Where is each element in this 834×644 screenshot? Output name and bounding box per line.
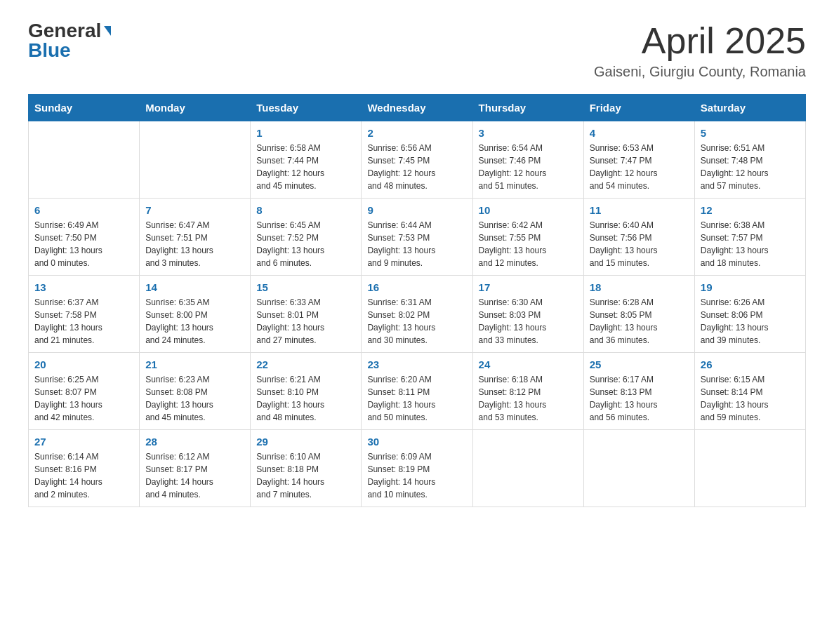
day-number: 21 bbox=[145, 358, 244, 370]
calendar-cell: 3Sunrise: 6:54 AM Sunset: 7:46 PM Daylig… bbox=[472, 121, 583, 199]
day-number: 14 bbox=[145, 281, 244, 293]
day-info: Sunrise: 6:15 AM Sunset: 8:14 PM Dayligh… bbox=[701, 373, 800, 424]
calendar-cell: 19Sunrise: 6:26 AM Sunset: 8:06 PM Dayli… bbox=[694, 276, 805, 353]
day-info: Sunrise: 6:44 AM Sunset: 7:53 PM Dayligh… bbox=[367, 219, 466, 269]
day-number: 16 bbox=[367, 281, 466, 293]
calendar-header-row: SundayMondayTuesdayWednesdayThursdayFrid… bbox=[29, 95, 806, 121]
calendar-cell: 14Sunrise: 6:35 AM Sunset: 8:00 PM Dayli… bbox=[140, 276, 251, 353]
day-of-week-wednesday: Wednesday bbox=[362, 95, 472, 121]
day-of-week-friday: Friday bbox=[583, 95, 694, 121]
calendar-cell bbox=[29, 121, 140, 199]
calendar-cell: 4Sunrise: 6:53 AM Sunset: 7:47 PM Daylig… bbox=[583, 121, 694, 199]
calendar-cell: 29Sunrise: 6:10 AM Sunset: 8:18 PM Dayli… bbox=[251, 430, 362, 507]
day-info: Sunrise: 6:20 AM Sunset: 8:11 PM Dayligh… bbox=[367, 373, 466, 424]
calendar-cell: 26Sunrise: 6:15 AM Sunset: 8:14 PM Dayli… bbox=[694, 353, 805, 430]
location-title: Gaiseni, Giurgiu County, Romania bbox=[594, 64, 806, 80]
calendar-cell: 23Sunrise: 6:20 AM Sunset: 8:11 PM Dayli… bbox=[362, 353, 472, 430]
calendar-cell bbox=[583, 430, 694, 507]
calendar-cell: 28Sunrise: 6:12 AM Sunset: 8:17 PM Dayli… bbox=[140, 430, 251, 507]
day-info: Sunrise: 6:12 AM Sunset: 8:17 PM Dayligh… bbox=[145, 450, 244, 501]
calendar-cell: 13Sunrise: 6:37 AM Sunset: 7:58 PM Dayli… bbox=[29, 276, 140, 353]
day-number: 27 bbox=[34, 436, 133, 448]
calendar-cell: 30Sunrise: 6:09 AM Sunset: 8:19 PM Dayli… bbox=[362, 430, 472, 507]
month-title: April 2025 bbox=[594, 21, 806, 61]
day-info: Sunrise: 6:53 AM Sunset: 7:47 PM Dayligh… bbox=[590, 142, 689, 192]
day-number: 20 bbox=[34, 358, 133, 370]
day-number: 8 bbox=[256, 204, 355, 216]
calendar-cell: 2Sunrise: 6:56 AM Sunset: 7:45 PM Daylig… bbox=[362, 121, 472, 199]
page-header: General Blue April 2025 Gaiseni, Giurgiu… bbox=[28, 21, 806, 80]
day-info: Sunrise: 6:42 AM Sunset: 7:55 PM Dayligh… bbox=[479, 219, 578, 269]
day-number: 19 bbox=[701, 281, 800, 293]
calendar-cell: 8Sunrise: 6:45 AM Sunset: 7:52 PM Daylig… bbox=[251, 199, 362, 276]
logo: General Blue bbox=[28, 21, 111, 60]
day-info: Sunrise: 6:31 AM Sunset: 8:02 PM Dayligh… bbox=[367, 296, 466, 347]
day-info: Sunrise: 6:56 AM Sunset: 7:45 PM Dayligh… bbox=[367, 142, 466, 192]
logo-arrow-icon bbox=[104, 26, 111, 36]
calendar-cell: 17Sunrise: 6:30 AM Sunset: 8:03 PM Dayli… bbox=[472, 276, 583, 353]
calendar-cell: 9Sunrise: 6:44 AM Sunset: 7:53 PM Daylig… bbox=[362, 199, 472, 276]
calendar-cell: 15Sunrise: 6:33 AM Sunset: 8:01 PM Dayli… bbox=[251, 276, 362, 353]
day-info: Sunrise: 6:58 AM Sunset: 7:44 PM Dayligh… bbox=[256, 142, 355, 192]
day-info: Sunrise: 6:18 AM Sunset: 8:12 PM Dayligh… bbox=[479, 373, 578, 424]
calendar-cell: 12Sunrise: 6:38 AM Sunset: 7:57 PM Dayli… bbox=[694, 199, 805, 276]
day-info: Sunrise: 6:35 AM Sunset: 8:00 PM Dayligh… bbox=[145, 296, 244, 347]
calendar-week-row: 6Sunrise: 6:49 AM Sunset: 7:50 PM Daylig… bbox=[29, 199, 806, 276]
calendar-cell: 6Sunrise: 6:49 AM Sunset: 7:50 PM Daylig… bbox=[29, 199, 140, 276]
day-number: 3 bbox=[479, 127, 578, 139]
day-info: Sunrise: 6:33 AM Sunset: 8:01 PM Dayligh… bbox=[256, 296, 355, 347]
day-info: Sunrise: 6:09 AM Sunset: 8:19 PM Dayligh… bbox=[367, 450, 466, 501]
calendar-cell: 5Sunrise: 6:51 AM Sunset: 7:48 PM Daylig… bbox=[694, 121, 805, 199]
day-number: 1 bbox=[256, 127, 355, 139]
calendar-cell bbox=[140, 121, 251, 199]
day-number: 10 bbox=[479, 204, 578, 216]
calendar-cell: 20Sunrise: 6:25 AM Sunset: 8:07 PM Dayli… bbox=[29, 353, 140, 430]
calendar-cell: 27Sunrise: 6:14 AM Sunset: 8:16 PM Dayli… bbox=[29, 430, 140, 507]
day-info: Sunrise: 6:38 AM Sunset: 7:57 PM Dayligh… bbox=[701, 219, 800, 269]
title-section: April 2025 Gaiseni, Giurgiu County, Roma… bbox=[594, 21, 806, 80]
day-of-week-tuesday: Tuesday bbox=[251, 95, 362, 121]
day-number: 12 bbox=[701, 204, 800, 216]
day-of-week-monday: Monday bbox=[140, 95, 251, 121]
calendar-cell bbox=[472, 430, 583, 507]
calendar-cell: 22Sunrise: 6:21 AM Sunset: 8:10 PM Dayli… bbox=[251, 353, 362, 430]
day-number: 25 bbox=[590, 358, 689, 370]
day-number: 17 bbox=[479, 281, 578, 293]
day-number: 26 bbox=[701, 358, 800, 370]
day-number: 9 bbox=[367, 204, 466, 216]
calendar-week-row: 27Sunrise: 6:14 AM Sunset: 8:16 PM Dayli… bbox=[29, 430, 806, 507]
day-number: 23 bbox=[367, 358, 466, 370]
day-of-week-sunday: Sunday bbox=[29, 95, 140, 121]
day-number: 24 bbox=[479, 358, 578, 370]
calendar-cell: 18Sunrise: 6:28 AM Sunset: 8:05 PM Dayli… bbox=[583, 276, 694, 353]
day-of-week-saturday: Saturday bbox=[694, 95, 805, 121]
day-info: Sunrise: 6:26 AM Sunset: 8:06 PM Dayligh… bbox=[701, 296, 800, 347]
calendar-week-row: 13Sunrise: 6:37 AM Sunset: 7:58 PM Dayli… bbox=[29, 276, 806, 353]
day-info: Sunrise: 6:30 AM Sunset: 8:03 PM Dayligh… bbox=[479, 296, 578, 347]
calendar-week-row: 20Sunrise: 6:25 AM Sunset: 8:07 PM Dayli… bbox=[29, 353, 806, 430]
day-number: 13 bbox=[34, 281, 133, 293]
calendar-cell: 1Sunrise: 6:58 AM Sunset: 7:44 PM Daylig… bbox=[251, 121, 362, 199]
calendar-week-row: 1Sunrise: 6:58 AM Sunset: 7:44 PM Daylig… bbox=[29, 121, 806, 199]
day-info: Sunrise: 6:54 AM Sunset: 7:46 PM Dayligh… bbox=[479, 142, 578, 192]
calendar-cell: 11Sunrise: 6:40 AM Sunset: 7:56 PM Dayli… bbox=[583, 199, 694, 276]
day-number: 15 bbox=[256, 281, 355, 293]
calendar-cell: 10Sunrise: 6:42 AM Sunset: 7:55 PM Dayli… bbox=[472, 199, 583, 276]
day-info: Sunrise: 6:17 AM Sunset: 8:13 PM Dayligh… bbox=[590, 373, 689, 424]
calendar-cell: 25Sunrise: 6:17 AM Sunset: 8:13 PM Dayli… bbox=[583, 353, 694, 430]
calendar-table: SundayMondayTuesdayWednesdayThursdayFrid… bbox=[28, 94, 806, 507]
day-number: 4 bbox=[590, 127, 689, 139]
day-number: 18 bbox=[590, 281, 689, 293]
calendar-cell: 24Sunrise: 6:18 AM Sunset: 8:12 PM Dayli… bbox=[472, 353, 583, 430]
calendar-cell: 7Sunrise: 6:47 AM Sunset: 7:51 PM Daylig… bbox=[140, 199, 251, 276]
calendar-cell: 21Sunrise: 6:23 AM Sunset: 8:08 PM Dayli… bbox=[140, 353, 251, 430]
day-info: Sunrise: 6:25 AM Sunset: 8:07 PM Dayligh… bbox=[34, 373, 133, 424]
day-info: Sunrise: 6:10 AM Sunset: 8:18 PM Dayligh… bbox=[256, 450, 355, 501]
day-number: 22 bbox=[256, 358, 355, 370]
day-info: Sunrise: 6:47 AM Sunset: 7:51 PM Dayligh… bbox=[145, 219, 244, 269]
day-info: Sunrise: 6:28 AM Sunset: 8:05 PM Dayligh… bbox=[590, 296, 689, 347]
day-info: Sunrise: 6:37 AM Sunset: 7:58 PM Dayligh… bbox=[34, 296, 133, 347]
day-number: 29 bbox=[256, 436, 355, 448]
day-info: Sunrise: 6:45 AM Sunset: 7:52 PM Dayligh… bbox=[256, 219, 355, 269]
day-number: 7 bbox=[145, 204, 244, 216]
